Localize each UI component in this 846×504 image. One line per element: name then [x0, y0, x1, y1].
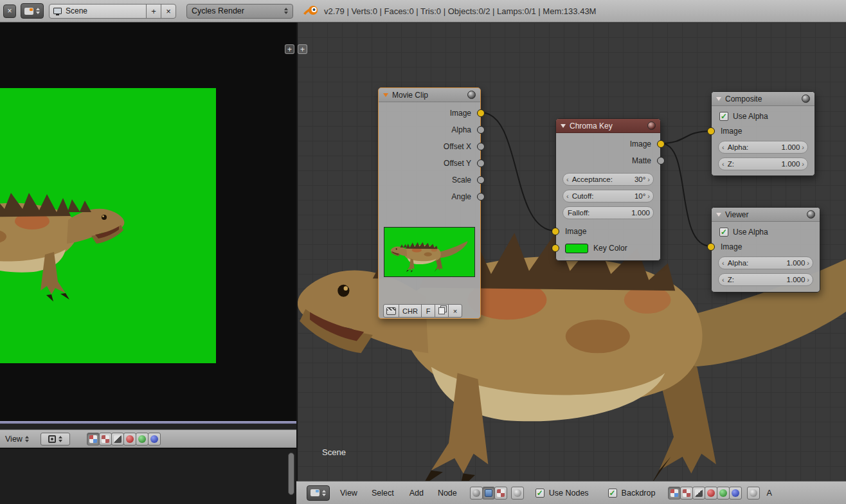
menu-view[interactable]: View — [340, 489, 357, 498]
blender-window: × Scene + × Cycles Render — [0, 0, 846, 504]
node-header[interactable]: Composite — [712, 92, 815, 106]
decrement-arrow-icon[interactable]: ‹ — [722, 276, 724, 284]
z-field[interactable]: ‹ Z: 1.000 › — [718, 158, 808, 170]
image-output-socket[interactable] — [477, 109, 485, 117]
use-alpha-checkbox[interactable]: ✓ — [719, 112, 728, 121]
decrement-arrow-icon[interactable]: ‹ — [722, 260, 724, 267]
collapse-triangle-icon[interactable] — [716, 213, 721, 217]
clip-browse-button[interactable] — [383, 304, 399, 318]
image-input-socket[interactable] — [707, 243, 715, 251]
input-row-key-color: Key Color — [556, 240, 660, 256]
alpha-field[interactable]: ‹ Alpha: 1.000 › — [718, 256, 813, 269]
image-output-socket[interactable] — [657, 140, 665, 148]
editor-type-dropdown[interactable] — [307, 485, 330, 501]
angle-output-socket[interactable] — [477, 193, 485, 201]
collapse-triangle-icon[interactable] — [383, 93, 388, 97]
increment-arrow-icon[interactable]: › — [802, 161, 804, 168]
clip-name-field[interactable]: CHR — [399, 304, 422, 318]
open-clip-button[interactable] — [435, 304, 449, 318]
output-row-matte: Matte — [556, 152, 660, 169]
backdrop-channel-z-button[interactable] — [692, 487, 705, 500]
alpha-output-socket[interactable] — [477, 126, 485, 134]
decrement-arrow-icon[interactable]: ‹ — [566, 176, 569, 183]
collapse-header-button[interactable]: × — [3, 4, 16, 18]
pivot-dropdown[interactable] — [40, 433, 70, 446]
key-color-input-socket[interactable] — [552, 244, 559, 252]
preview-sphere-icon[interactable] — [802, 94, 810, 103]
expand-region-tab-left[interactable]: + — [285, 44, 294, 54]
collapse-triangle-icon[interactable] — [716, 97, 721, 101]
image-input-socket[interactable] — [707, 127, 715, 135]
image-viewport[interactable] — [0, 22, 296, 421]
node-movie-clip[interactable]: Movie Clip Image Alpha Offset X Offset Y — [378, 87, 481, 319]
increment-arrow-icon[interactable]: › — [807, 260, 809, 267]
falloff-field[interactable]: Falloff: 1.000 — [562, 206, 654, 219]
node-composite[interactable]: Composite ✓ Use Alpha Image ‹ Alpha: 1.0… — [711, 91, 815, 176]
backdrop-channel-r-button[interactable] — [705, 487, 717, 500]
increment-arrow-icon[interactable]: › — [647, 176, 650, 183]
menu-view[interactable]: View — [5, 435, 29, 444]
scale-output-socket[interactable] — [477, 176, 485, 184]
texture-tree-button[interactable] — [494, 487, 507, 500]
draw-channel-r-button[interactable] — [123, 433, 136, 446]
draw-channel-b-button[interactable] — [148, 433, 161, 446]
key-color-swatch[interactable] — [565, 244, 588, 253]
z-field[interactable]: ‹ Z: 1.000 › — [718, 273, 813, 286]
preview-sphere-icon[interactable] — [467, 91, 476, 99]
snap-sphere-button[interactable] — [747, 487, 760, 500]
node-header[interactable]: Movie Clip — [379, 88, 480, 102]
collapse-triangle-icon[interactable] — [561, 124, 566, 128]
image-input-socket[interactable] — [552, 228, 559, 235]
draw-channel-g-button[interactable] — [136, 433, 148, 446]
backdrop-toggle[interactable]: ✓ Backdrop — [608, 489, 656, 498]
backdrop-channel-color-alpha-button[interactable] — [668, 487, 681, 500]
draw-channel-alpha-button[interactable] — [99, 433, 112, 446]
menu-node[interactable]: Node — [438, 489, 457, 498]
delete-scene-button[interactable]: × — [161, 4, 176, 19]
offset-y-output-socket[interactable] — [477, 159, 485, 167]
offset-x-output-socket[interactable] — [477, 143, 485, 150]
backdrop-channel-alpha-button[interactable] — [680, 487, 693, 500]
menu-add[interactable]: Add — [410, 489, 424, 498]
increment-arrow-icon[interactable]: › — [647, 193, 650, 200]
increment-arrow-icon[interactable]: › — [807, 276, 809, 284]
render-engine-dropdown[interactable]: Cycles Render — [186, 4, 293, 19]
backdrop-channel-b-button[interactable] — [729, 487, 742, 500]
decrement-arrow-icon[interactable]: ‹ — [722, 161, 724, 168]
node-title: Viewer — [725, 210, 748, 219]
cutoff-field[interactable]: ‹ Cutoff: 10° › — [562, 190, 654, 203]
unlink-clip-button[interactable]: × — [448, 304, 462, 318]
preview-sphere-icon[interactable] — [807, 210, 815, 219]
draw-channel-color-alpha-button[interactable] — [87, 433, 100, 446]
draw-channel-z-button[interactable] — [111, 433, 124, 446]
expand-region-tab-right[interactable]: + — [298, 44, 307, 54]
increment-arrow-icon[interactable]: › — [802, 144, 804, 151]
backdrop-channel-g-button[interactable] — [717, 487, 730, 500]
add-scene-button[interactable]: + — [146, 4, 161, 19]
node-editor-canvas[interactable]: Movie Clip Image Alpha Offset X Offset Y — [296, 22, 846, 481]
check-icon: ✓ — [609, 489, 616, 497]
auto-render-label-partial[interactable]: A — [766, 489, 771, 498]
alpha-field[interactable]: ‹ Alpha: 1.000 › — [718, 141, 808, 154]
fake-user-button[interactable]: F — [421, 304, 435, 318]
matte-output-socket[interactable] — [657, 157, 665, 165]
backdrop-checkbox[interactable]: ✓ — [608, 489, 617, 498]
menu-select[interactable]: Select — [372, 489, 394, 498]
node-viewer[interactable]: Viewer ✓ Use Alpha Image ‹ Alpha: 1.000 … — [711, 207, 820, 292]
use-alpha-checkbox[interactable]: ✓ — [719, 228, 728, 237]
use-nodes-checkbox[interactable]: ✓ — [536, 489, 544, 498]
node-header[interactable]: Viewer — [712, 208, 820, 222]
decrement-arrow-icon[interactable]: ‹ — [566, 193, 569, 200]
material-sphere-button[interactable] — [511, 487, 524, 500]
node-chroma-key[interactable]: Chroma Key Image Matte ‹ Acceptance: 30°… — [555, 118, 661, 261]
preview-sphere-icon[interactable] — [647, 122, 656, 130]
editor-type-dropdown[interactable] — [21, 3, 44, 19]
acceptance-field[interactable]: ‹ Acceptance: 30° › — [562, 173, 654, 186]
shader-tree-button[interactable] — [470, 487, 483, 500]
decrement-arrow-icon[interactable]: ‹ — [722, 144, 724, 151]
scene-name-field[interactable]: Scene — [49, 4, 147, 19]
use-nodes-toggle[interactable]: ✓ Use Nodes — [536, 489, 589, 498]
vertical-scrollbar[interactable] — [288, 453, 294, 495]
node-header[interactable]: Chroma Key — [556, 119, 660, 133]
compositing-tree-button[interactable] — [482, 487, 495, 500]
